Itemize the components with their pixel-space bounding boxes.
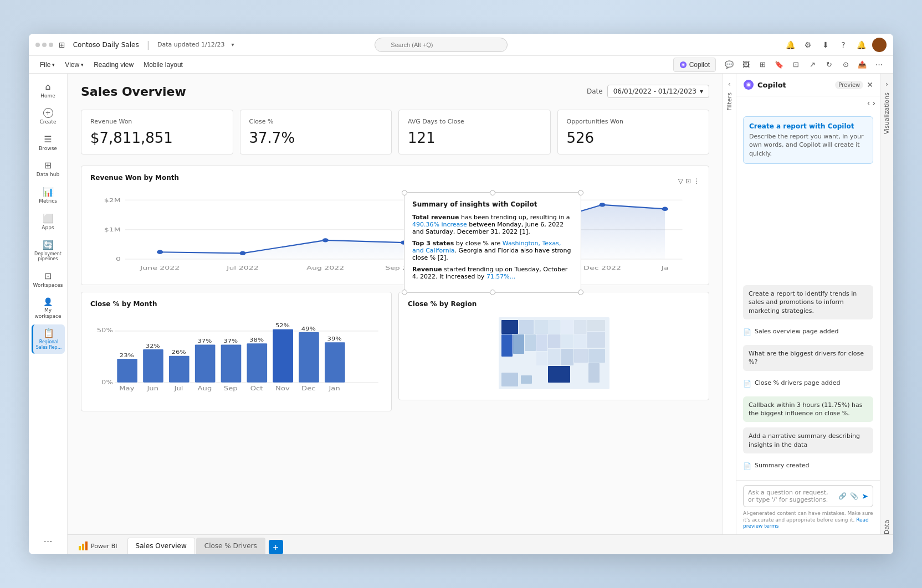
send-button[interactable]: ➤ [862,492,868,501]
bookmark-icon[interactable]: 🔖 [771,58,787,72]
sidebar-item-workspaces[interactable]: ⊡ Workspaces [32,267,65,292]
paperclip-icon[interactable]: 📎 [850,492,858,500]
sidebar-label-datahub: Data hub [37,172,59,178]
copilot-panel-header: Copilot Preview ✕ [736,74,880,96]
svg-rect-44 [247,343,268,382]
filters-label[interactable]: Filters [726,92,733,111]
svg-text:26%: 26% [172,349,186,355]
file-menu[interactable]: File ▾ [35,58,59,72]
handle-bl[interactable] [402,290,407,295]
sidebar-item-myworkspace[interactable]: 👤 My workspace [32,294,65,323]
file-dropdown-icon: ▾ [52,62,55,68]
svg-rect-71 [548,349,561,365]
comment-icon[interactable]: 💬 [721,58,737,72]
export-icon[interactable]: ↗ [805,58,820,72]
sidebar-item-home[interactable]: ⌂ Home [32,78,65,102]
app-title: Contoso Daily Sales [73,41,139,49]
mobile-layout-btn[interactable]: Mobile layout [139,58,187,72]
sidebar-item-deployment[interactable]: 🔄 Deployment pipelines [32,236,65,265]
svg-point-9 [157,250,163,254]
powerbi-icon [78,540,89,551]
copilot-button[interactable]: Copilot [673,58,716,72]
handle-tr[interactable] [578,190,583,195]
dropdown-icon[interactable]: ▾ [231,42,234,48]
copilot-msg-4: Add a narrative summary describing insig… [743,427,873,453]
date-dropdown-icon: ▾ [700,87,703,95]
handle-top[interactable] [490,190,495,195]
sidebar-item-regional[interactable]: 📋 Regional Sales Rep... [32,324,65,353]
bell-icon[interactable]: 🔔 [854,38,868,51]
revenue-chart-title: Revenue Won by Month [90,174,179,182]
chart-more-icon[interactable]: ⋮ [693,177,700,185]
datahub-icon: ⊞ [44,160,52,171]
add-tab-button[interactable]: + [269,540,283,554]
chevron-left-icon[interactable]: ‹ [728,80,731,88]
sidebar: ⌂ Home + Create ☰ Browse ⊞ Data hub 📊 Me… [29,74,68,554]
chart-filter-icon[interactable]: ▽ [678,177,683,185]
sidebar-item-datahub[interactable]: ⊞ Data hub [32,157,65,181]
user-avatar[interactable] [872,38,887,52]
kpi-card-revenue: Revenue Won $7,811,851 [81,110,233,154]
date-filter-value[interactable]: 06/01/2022 - 01/12/2023 ▾ [607,85,709,98]
link-pct-increase[interactable]: 490.36% increase [412,221,467,228]
expand-icon[interactable]: ⊡ [788,58,803,72]
sidebar-item-browse[interactable]: ☰ Browse [32,131,65,155]
bar-chart-svg: 50% 0% 23% [90,314,382,403]
toolbar-right-icons: 💬 🖼 ⊞ 🔖 ⊡ ↗ ↻ ⊙ 📤 ⋯ [721,58,887,72]
handle-br[interactable] [578,290,583,295]
viz-chevron[interactable]: › [885,80,888,88]
handle-tl[interactable] [402,190,407,195]
reading-view-btn[interactable]: Reading view [89,58,138,72]
svg-point-16 [662,207,668,211]
svg-rect-63 [536,334,547,351]
copilot-close-button[interactable]: ✕ [867,80,873,89]
table-icon[interactable]: ⊞ [755,58,770,72]
sidebar-item-apps[interactable]: ⬜ Apps [32,210,65,234]
sidebar-label-create: Create [40,119,57,125]
svg-text:52%: 52% [275,323,290,328]
view-dropdown-icon: ▾ [81,62,84,68]
link-revenue-pct[interactable]: 71.57%... [486,273,515,280]
svg-text:Jul 2022: Jul 2022 [226,265,259,271]
grid-icon[interactable]: ⊞ [59,40,65,49]
sidebar-item-metrics[interactable]: 📊 Metrics [32,183,65,208]
svg-rect-32 [143,349,163,383]
view-menu[interactable]: View ▾ [60,58,88,72]
svg-text:32%: 32% [146,343,160,348]
download-icon[interactable]: ⬇ [819,38,832,51]
svg-rect-75 [588,349,605,363]
share-icon[interactable]: 📤 [854,58,870,72]
search-input[interactable] [375,38,508,52]
svg-rect-62 [525,334,536,351]
title-separator: | [147,39,150,50]
refresh-icon[interactable]: ↻ [821,58,837,72]
attach-icon[interactable]: 🔗 [838,492,847,500]
svg-rect-59 [534,320,548,334]
handle-bottom[interactable] [490,290,495,295]
notification-icon[interactable]: 🔔 [783,38,797,51]
activity-icon-2: 📄 [743,379,751,389]
kpi-label-opportunities: Opportunities Won [567,118,700,125]
chart-expand-icon[interactable]: ⊡ [685,177,691,185]
kpi-value-days: 121 [408,130,541,146]
next-arrow[interactable]: › [872,99,875,107]
copilot-msg-3: Callback within 3 hours (11.75%) has the… [743,396,873,422]
summary-title: Summary of insights with Copilot [412,200,573,208]
copilot-footer: Ask a question or request, or type '/' f… [736,480,880,534]
sidebar-item-create[interactable]: + Create [32,105,65,128]
svg-text:0%: 0% [101,379,113,386]
more-icon[interactable]: ⋯ [871,58,887,72]
powerbi-tab[interactable]: Power BI [72,538,123,554]
format-icon[interactable]: 🖼 [738,58,754,72]
tab-close-drivers[interactable]: Close % Drivers [196,538,265,554]
toolbar: File ▾ View ▾ Reading view Mobile layout… [29,56,893,74]
tab-sales-overview[interactable]: Sales Overview [127,538,195,554]
help-icon[interactable]: ? [837,38,850,51]
sidebar-label-browse: Browse [39,146,57,152]
date-filter: Date 06/01/2022 - 01/12/2023 ▾ [587,85,709,98]
sidebar-more[interactable]: ⋯ [32,533,65,550]
settings-icon[interactable]: ⚙ [801,38,815,51]
copilot-create-card: Create a report with Copilot Describe th… [743,116,873,164]
copy-icon[interactable]: ⊙ [838,58,853,72]
prev-arrow[interactable]: ‹ [867,99,870,107]
